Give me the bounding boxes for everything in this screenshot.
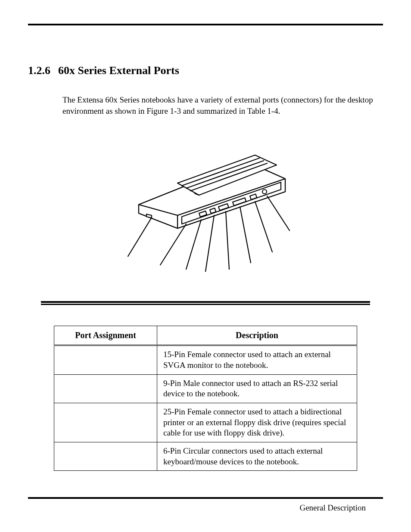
section-number: 1.2.6 (28, 64, 50, 77)
svg-line-20 (226, 212, 229, 269)
table-header-description: Description (157, 326, 357, 345)
table-cell-desc: 25-Pin Female connector used to attach a… (157, 403, 357, 442)
table-row: 25-Pin Female connector used to attach a… (54, 403, 357, 442)
notebook-rear-illustration (113, 131, 298, 274)
table-cell-desc: 9-Pin Male connector used to attach an R… (157, 374, 357, 403)
intro-paragraph: The Extensa 60x Series notebooks have a … (62, 94, 379, 116)
svg-line-17 (160, 224, 186, 265)
table-row: 9-Pin Male connector used to attach an R… (54, 374, 357, 403)
table-header-port: Port Assignment (54, 326, 157, 345)
table-row: 15-Pin Female connector used to attach a… (54, 345, 357, 374)
table-cell-desc: 6-Pin Circular connectors used to attach… (157, 442, 357, 471)
section-title: 60x Series External Ports (58, 64, 179, 77)
top-page-rule (28, 24, 383, 25)
table-cell-port (54, 345, 157, 374)
table-cell-port (54, 442, 157, 471)
svg-point-15 (262, 190, 267, 194)
table-cell-desc: 15-Pin Female connector used to attach a… (157, 345, 357, 374)
svg-line-18 (186, 220, 201, 269)
svg-line-19 (206, 215, 214, 271)
port-assignment-table-wrap: Port Assignment Description 15-Pin Femal… (54, 326, 357, 471)
table-cell-port (54, 403, 157, 442)
table-row: 6-Pin Circular connectors used to attach… (54, 442, 357, 471)
table-separator-rule (41, 301, 370, 304)
footer-rule (28, 497, 383, 499)
port-assignment-table: Port Assignment Description 15-Pin Femal… (54, 326, 357, 471)
svg-line-21 (240, 207, 251, 263)
figure-notebook-ports (28, 131, 383, 275)
svg-line-22 (255, 202, 272, 252)
table-cell-port (54, 374, 157, 403)
footer-text: General Description (28, 503, 383, 513)
section-heading: 1.2.660x Series External Ports (28, 64, 383, 77)
svg-line-23 (267, 196, 290, 230)
svg-line-16 (128, 218, 152, 256)
